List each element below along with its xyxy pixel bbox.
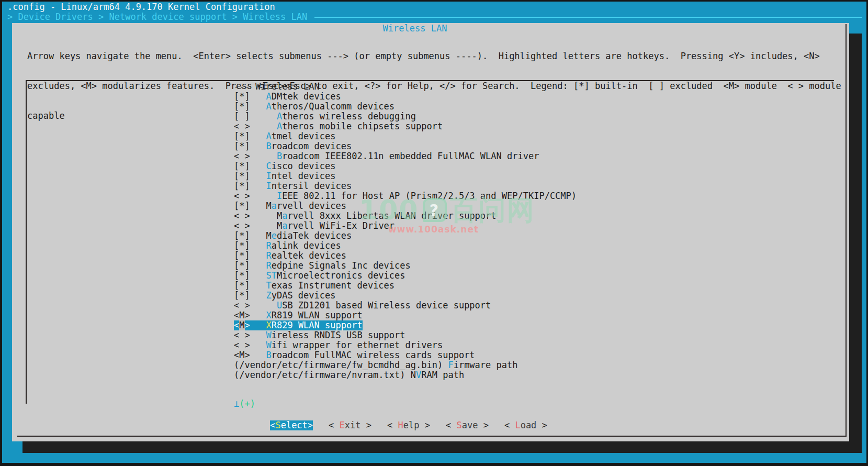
menu-item[interactable]: [*] Intel devices <box>234 171 577 181</box>
menu-item[interactable]: < > Atheros mobile chipsets support <box>234 121 577 131</box>
menu-item[interactable]: --- Wireless LAN <box>234 82 577 92</box>
menu-item[interactable]: [*] Broadcom devices <box>234 141 577 151</box>
menu-item-selected[interactable]: <M> XR829 WLAN support <box>234 320 577 330</box>
scroll-down-indicator: ⊥(+) <box>234 399 255 409</box>
menu-item[interactable]: [*] Intersil devices <box>234 181 577 191</box>
watermark-url: www.100ask.net <box>388 225 479 235</box>
menu-item[interactable]: < > Broadcom IEEE802.11n embedded FullMA… <box>234 151 577 161</box>
button-load[interactable]: < Load > <box>504 420 547 430</box>
watermark-logo: 100 ? 百问网 <box>359 198 535 222</box>
menu-item[interactable]: [*] Atmel devices <box>234 131 577 141</box>
cursor: M <box>239 320 244 330</box>
menu-item[interactable]: [*] Redpine Signals Inc devices <box>234 261 577 271</box>
screen-border <box>0 0 2 466</box>
button-help[interactable]: < Help > <box>387 420 430 430</box>
button-row: <Select>< Exit >< Help >< Save >< Load > <box>12 420 805 430</box>
scroll-more-label: (+) <box>239 398 255 409</box>
menu-item[interactable]: (/vendor/etc/firmware/fw_bcmdhd_ag.bin) … <box>234 360 577 370</box>
screen-border <box>0 0 868 2</box>
menu-item[interactable]: [*] Atheros/Qualcomm devices <box>234 102 577 112</box>
button-exit[interactable]: < Exit > <box>329 420 371 430</box>
dialog-bottom-border <box>17 436 847 437</box>
menu-item[interactable]: [*] ADMtek devices <box>234 92 577 102</box>
breadcrumb: > Device Drivers > Network device suppor… <box>7 12 307 22</box>
menu-item[interactable]: < > USB ZD1201 based Wireless device sup… <box>234 301 577 310</box>
instructions-line: Arrow keys navigate the menu. <Enter> se… <box>27 51 841 61</box>
button-select[interactable]: <Select> <box>270 420 313 430</box>
menu-item[interactable]: [*] Realtek devices <box>234 251 577 261</box>
menu-item[interactable]: [*] STMicroelectronics devices <box>234 271 577 281</box>
menu-item[interactable]: [*] ZyDAS devices <box>234 291 577 301</box>
button-save[interactable]: < Save > <box>446 420 489 430</box>
menu-item[interactable]: [*] Cisco devices <box>234 161 577 171</box>
menu-item[interactable]: < > Wifi wrapper for ethernet drivers <box>234 340 577 350</box>
dialog-right-border <box>846 24 847 437</box>
watermark-number: 100 <box>359 205 419 215</box>
menu-item[interactable]: < > Wireless RNDIS USB support <box>234 330 577 340</box>
question-bubble-icon: ? <box>423 198 447 222</box>
breadcrumb-rule <box>314 17 862 18</box>
menu-item[interactable]: <M> Broadcom FullMAC wireless cards supp… <box>234 350 577 360</box>
menu-item[interactable]: <M> XR819 WLAN support <box>234 310 577 320</box>
watermark-cn-text: 百问网 <box>450 205 535 215</box>
menu-item[interactable]: [*] Texas Instrument devices <box>234 281 577 291</box>
menu-item[interactable]: [ ] Atheros wireless debugging <box>234 112 577 121</box>
scroll-down-arrow-icon: ⊥ <box>234 398 239 409</box>
menu-item[interactable]: [*] Ralink devices <box>234 241 577 251</box>
terminal-screen: .config - Linux/arm64 4.9.170 Kernel Con… <box>0 0 868 466</box>
kernel-config-title: .config - Linux/arm64 4.9.170 Kernel Con… <box>7 2 275 12</box>
screen-border <box>0 463 868 466</box>
menu-item[interactable]: (/vendor/etc/firmware/nvram.txt) NVRAM p… <box>234 370 577 380</box>
